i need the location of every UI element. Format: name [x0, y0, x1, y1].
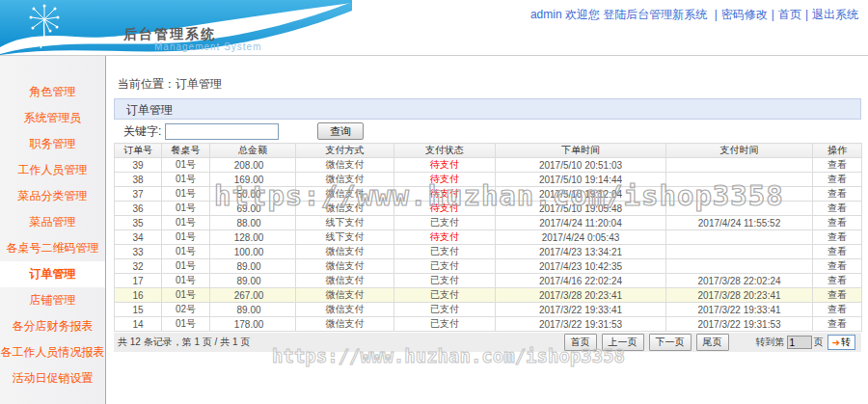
- table-row: 3601号69.00微信支付待支付2017/5/10 19:05:48查看: [115, 202, 862, 216]
- cell-id: 34: [115, 230, 162, 245]
- sidebar-item[interactable]: 订单管理: [0, 261, 105, 287]
- app-subtitle: Management System: [154, 41, 262, 52]
- cell-pay-time: 2017/3/28 20:23:41: [666, 288, 813, 303]
- header-link[interactable]: 密码修改: [721, 8, 768, 21]
- cell-order-time: 2017/4/24 11:20:04: [496, 216, 666, 230]
- sidebar-item[interactable]: 各桌号二维码管理: [0, 235, 105, 261]
- cell-table: 01号: [162, 158, 210, 173]
- cell-action: 查看: [813, 173, 862, 187]
- cell-method: 微信支付: [296, 173, 394, 187]
- pagination-bar: 共 12 条记录，第 1 页 / 共 1 页 首页上一页下一页尾页 转到第 页 …: [114, 333, 861, 352]
- separator: |: [805, 8, 808, 21]
- view-link[interactable]: 查看: [827, 202, 847, 213]
- cell-order-time: 2017/4/24 0:05:43: [496, 230, 666, 245]
- cell-status: 待支付: [394, 202, 496, 216]
- goto-prefix: 转到第: [756, 336, 785, 349]
- cell-amount: 89.00: [210, 274, 296, 288]
- column-header: 支付方式: [296, 144, 394, 158]
- header-link[interactable]: 退出系统: [812, 8, 858, 21]
- cell-id: 17: [115, 274, 162, 288]
- cell-pay-time: [666, 158, 813, 173]
- cell-status: 已支付: [394, 245, 496, 259]
- cell-id: 39: [115, 158, 162, 173]
- page-button[interactable]: 上一页: [602, 334, 644, 351]
- welcome-text: 欢迎您 登陆后台管理新系统: [565, 8, 707, 21]
- cell-id: 36: [115, 202, 162, 216]
- pager-controls: 首页上一页下一页尾页 转到第 页 ➜ 转: [559, 334, 855, 351]
- cell-action: 查看: [813, 187, 862, 202]
- cell-order-time: 2017/4/16 22:02:24: [496, 274, 666, 288]
- cell-amount: 128.00: [210, 230, 296, 245]
- admin-username: admin: [530, 8, 562, 21]
- view-link[interactable]: 查看: [827, 231, 847, 242]
- view-link[interactable]: 查看: [827, 217, 847, 228]
- cell-method: 微信支付: [296, 202, 394, 216]
- view-link[interactable]: 查看: [827, 275, 847, 285]
- cell-method: 线下支付: [296, 216, 394, 230]
- header-link[interactable]: 首页: [778, 8, 801, 21]
- cell-method: 线下支付: [296, 230, 394, 245]
- view-link[interactable]: 查看: [827, 304, 847, 314]
- cell-method: 微信支付: [296, 259, 394, 274]
- cell-status: 已支付: [394, 274, 496, 288]
- view-link[interactable]: 查看: [827, 159, 847, 170]
- cell-id: 14: [115, 317, 162, 332]
- table-row: 3401号128.00线下支付待支付2017/4/24 0:05:43查看: [115, 230, 862, 245]
- page-button[interactable]: 尾页: [696, 334, 729, 351]
- sidebar-item[interactable]: 工作人员管理: [0, 157, 105, 183]
- cell-status: 已支付: [394, 317, 496, 332]
- view-link[interactable]: 查看: [827, 188, 847, 199]
- separator: |: [772, 8, 774, 21]
- sidebar-item[interactable]: 菜品分类管理: [0, 183, 105, 209]
- sidebar-item[interactable]: 系统管理员: [0, 105, 105, 131]
- sidebar-item[interactable]: 各分店财务报表: [0, 313, 105, 339]
- header: 后台管理系统 Management System admin 欢迎您 登陆后台管…: [0, 0, 868, 56]
- cell-table: 01号: [162, 187, 210, 202]
- sidebar-item[interactable]: 店铺管理: [0, 287, 105, 313]
- table-row: 3801号169.00微信支付待支付2017/5/10 19:14:44查看: [115, 173, 862, 187]
- cell-table: 01号: [162, 317, 210, 332]
- cell-pay-time: 2017/4/24 11:55:52: [666, 216, 813, 230]
- cell-action: 查看: [813, 216, 862, 230]
- cell-id: 15: [115, 303, 162, 317]
- sidebar-item[interactable]: 职务管理: [0, 131, 105, 157]
- records-summary: 共 12 条记录，第 1 页 / 共 1 页: [118, 336, 250, 349]
- cell-action: 查看: [813, 259, 862, 274]
- cell-action: 查看: [813, 202, 862, 216]
- page-button[interactable]: 下一页: [649, 334, 692, 351]
- goto-button-label: 转: [841, 336, 851, 349]
- view-link[interactable]: 查看: [827, 246, 847, 256]
- table-row: 3501号88.00线下支付已支付2017/4/24 11:20:042017/…: [115, 216, 862, 230]
- goto-page-input[interactable]: [787, 336, 812, 349]
- arrow-icon: ➜: [832, 337, 840, 348]
- goto-button[interactable]: ➜ 转: [827, 335, 855, 350]
- view-link[interactable]: 查看: [827, 318, 847, 329]
- cell-method: 微信支付: [296, 245, 394, 259]
- keyword-input[interactable]: [165, 123, 279, 140]
- cell-table: 01号: [162, 173, 210, 187]
- sidebar-item[interactable]: 角色管理: [0, 79, 105, 105]
- cell-action: 查看: [813, 288, 862, 303]
- goto-suffix: 页: [814, 336, 824, 349]
- admin-bar: admin 欢迎您 登陆后台管理新系统 |密码修改|首页|退出系统: [530, 7, 858, 23]
- cell-order-time: 2017/5/10 19:14:44: [496, 173, 666, 187]
- sidebar-item[interactable]: 各工作人员情况报表: [0, 339, 105, 365]
- column-header: 订单号: [115, 144, 162, 158]
- view-link[interactable]: 查看: [827, 174, 847, 184]
- view-link[interactable]: 查看: [827, 260, 847, 271]
- cell-table: 01号: [162, 230, 210, 245]
- cell-method: 微信支付: [296, 274, 394, 288]
- view-link[interactable]: 查看: [827, 289, 847, 300]
- search-button[interactable]: 查询: [317, 122, 364, 140]
- cell-status: 已支付: [394, 216, 496, 230]
- cell-pay-time: [666, 202, 813, 216]
- breadcrumb: 当前位置：订单管理: [118, 76, 868, 93]
- cell-amount: 89.00: [210, 259, 296, 274]
- cell-action: 查看: [813, 245, 862, 259]
- cell-amount: 69.00: [210, 202, 296, 216]
- page-button[interactable]: 首页: [564, 334, 597, 351]
- sidebar-item[interactable]: 菜品管理: [0, 209, 105, 235]
- sidebar-item[interactable]: 活动日促销设置: [0, 365, 105, 391]
- cell-order-time: 2017/3/22 19:31:53: [496, 317, 666, 332]
- cell-order-time: 2017/4/23 10:42:35: [496, 259, 666, 274]
